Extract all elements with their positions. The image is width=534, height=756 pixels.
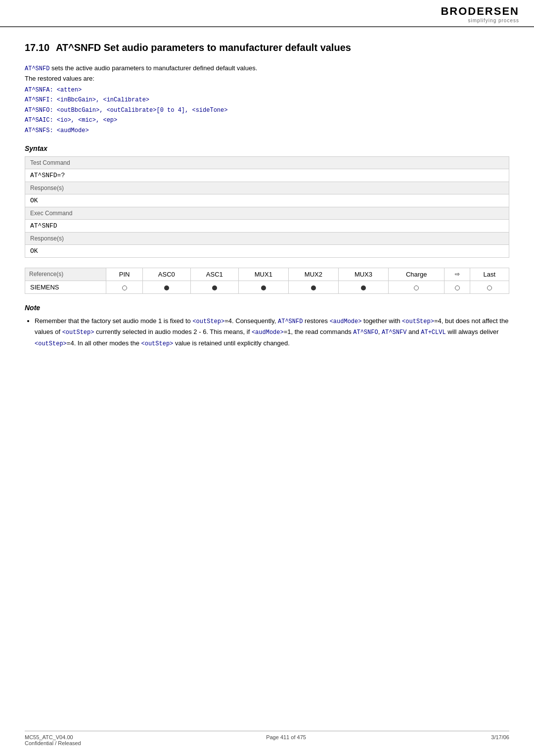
atsnfv-ref: AT^SNFV (382, 329, 406, 336)
section-heading: 17.10 AT^SNFD Set audio parameters to ma… (25, 42, 509, 53)
ref-col-asc0: ASC0 (142, 268, 190, 281)
test-response-label: Response(s) (25, 182, 509, 194)
syntax-heading: Syntax (25, 144, 509, 152)
section-number: 17.10 (25, 42, 49, 53)
footer-confidential: Confidential / Released (25, 740, 81, 746)
test-command-label: Test Command (25, 156, 509, 169)
test-command-value: AT^SNFD=? (25, 169, 509, 182)
exec-response-label: Response(s) (25, 232, 509, 244)
outstep-ref-5: <outStep> (141, 340, 174, 347)
logo-area: BRODERSEN simplifying process (441, 5, 519, 23)
siemens-charge (388, 281, 444, 293)
code-line-1: AT^SNFA: <atten> (25, 85, 509, 95)
test-response-value: OK (25, 194, 509, 207)
note-heading: Note (25, 304, 509, 312)
ref-col-asc1: ASC1 (190, 268, 238, 281)
intro-line: AT^SNFD sets the active audio parameters… (25, 63, 509, 74)
siemens-mux2 (288, 281, 338, 293)
logo-tagline: simplifying process (441, 18, 519, 23)
circle-empty-pin (122, 285, 127, 290)
reference-label: Reference(s) (25, 268, 106, 281)
atsnfo-ref: AT^SNFO (353, 329, 378, 336)
syntax-table: Test Command AT^SNFD=? Response(s) OK Ex… (25, 156, 509, 258)
siemens-pin (106, 281, 143, 293)
page-footer: MC55_ATC_V04.00 Confidential / Released … (25, 731, 509, 746)
atclvl-ref: AT+CLVL (421, 329, 445, 336)
outstep-ref-2: <outStep> (402, 318, 434, 325)
audmode-ref-2: <audMode> (252, 329, 284, 336)
code-line-3: AT^SNFO: <outBbcGain>, <outCalibrate>[0 … (25, 105, 509, 115)
description-block: AT^SNFD sets the active audio parameters… (25, 63, 509, 136)
siemens-asc0 (142, 281, 190, 293)
restored-label: The restored values are: (25, 74, 509, 84)
ref-col-charge: Charge (388, 268, 444, 281)
ref-col-last: Last (470, 268, 509, 281)
ref-col-pin: PIN (106, 268, 143, 281)
siemens-last (470, 281, 509, 293)
outstep-ref-4: <outStep> (35, 340, 67, 347)
atsnfd-note-ref: AT^SNFD (278, 318, 303, 325)
ref-col-mux3: MUX3 (338, 268, 388, 281)
main-content: 17.10 AT^SNFD Set audio parameters to ma… (0, 27, 534, 371)
outstep-ref-3: <outStep> (62, 329, 94, 336)
circle-filled-asc0 (164, 285, 169, 290)
code-line-5: AT^SNFS: <audMode> (25, 126, 509, 136)
code-line-4: AT^SAIC: <io>, <mic>, <ep> (25, 115, 509, 125)
footer-date: 3/17/06 (491, 734, 509, 746)
ref-col-special: ⇨ (445, 268, 470, 281)
circle-empty-special (455, 285, 460, 290)
exec-response-value: OK (25, 244, 509, 257)
intro-text: sets the active audio parameters to manu… (51, 64, 257, 72)
outstep-ref-1: <outStep> (192, 318, 224, 325)
ref-col-mux2: MUX2 (288, 268, 338, 281)
siemens-mux1 (238, 281, 288, 293)
siemens-special (445, 281, 470, 293)
page-header: BRODERSEN simplifying process (0, 0, 534, 27)
circle-filled-mux1 (261, 285, 266, 290)
circle-empty-last (487, 285, 492, 290)
footer-doc-id: MC55_ATC_V04.00 (25, 734, 81, 740)
siemens-asc1 (190, 281, 238, 293)
reference-table: Reference(s) PIN ASC0 ASC1 MUX1 MUX2 MUX… (25, 268, 509, 294)
code-lines: AT^SNFA: <atten> AT^SNFI: <inBbcGain>, <… (25, 85, 509, 136)
footer-left: MC55_ATC_V04.00 Confidential / Released (25, 734, 81, 746)
circle-filled-mux2 (311, 285, 316, 290)
note-item-1: Remember that the factory set audio mode… (35, 316, 509, 349)
note-list: Remember that the factory set audio mode… (25, 316, 509, 349)
footer-page: Page 411 of 475 (266, 734, 306, 746)
circle-filled-mux3 (361, 285, 366, 290)
circle-filled-asc1 (212, 285, 217, 290)
code-line-2: AT^SNFI: <inBbcGain>, <inCalibrate> (25, 95, 509, 105)
logo-name: BRODERSEN (441, 5, 519, 18)
circle-empty-charge (414, 285, 419, 290)
atsnfd-ref: AT^SNFD (25, 65, 49, 72)
ref-col-mux1: MUX1 (238, 268, 288, 281)
siemens-label: SIEMENS (25, 281, 106, 293)
exec-command-label: Exec Command (25, 207, 509, 219)
siemens-mux3 (338, 281, 388, 293)
section-title: AT^SNFD Set audio parameters to manufact… (56, 42, 351, 53)
audmode-ref: <audMode> (330, 318, 362, 325)
exec-command-value: AT^SNFD (25, 219, 509, 232)
